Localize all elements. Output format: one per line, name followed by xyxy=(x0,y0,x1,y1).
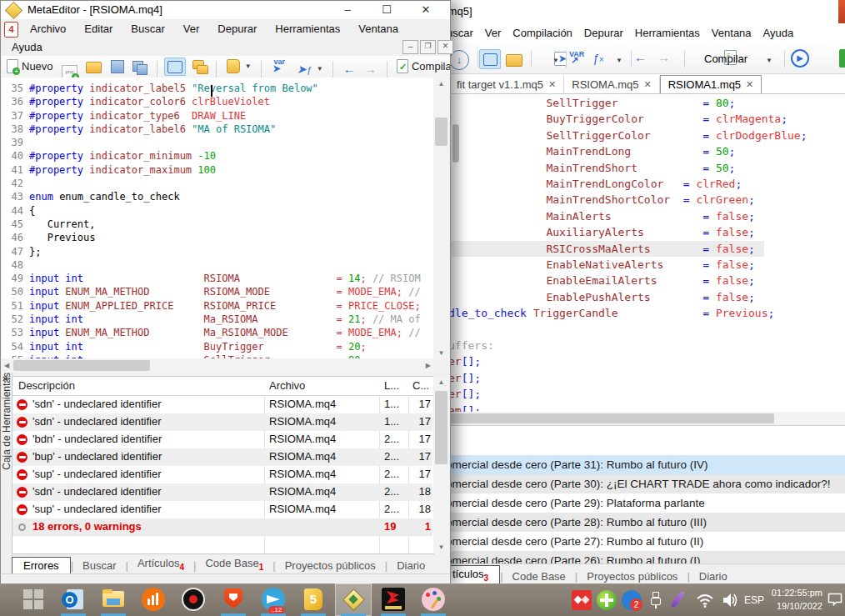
menu-item-depurar[interactable]: Depurar xyxy=(578,23,629,43)
screen-recorder-icon[interactable] xyxy=(182,588,205,611)
tab-errores[interactable]: Errores xyxy=(12,557,71,573)
tab-artículos[interactable]: Artículos4 xyxy=(128,555,193,573)
navigate-back-icon[interactable]: ← xyxy=(341,58,358,78)
article-list-item[interactable]: omercial desde cero (Parte 28): Rumbo al… xyxy=(441,513,845,532)
messenger-tray-icon[interactable]: 2 xyxy=(622,590,642,610)
file-tab-close-icon[interactable]: ✕ xyxy=(746,79,753,90)
error-row[interactable]: 'sdn' - undeclared identifierRSIOMA.mq41… xyxy=(12,396,432,413)
article-list-item[interactable]: omercial desde cero (Parte 30): ¿¡El CHA… xyxy=(441,474,845,493)
metaeditor-icon[interactable] xyxy=(342,588,365,611)
mdi-minimize-button[interactable]: – xyxy=(402,40,418,54)
back-code-editor[interactable]: SellTrigger = 80; BuyTriggerColor = clrM… xyxy=(441,93,845,413)
col-columna[interactable]: C... xyxy=(412,379,429,392)
wifi-tray-icon[interactable] xyxy=(695,590,715,610)
menu-item-buscar[interactable]: Buscar xyxy=(122,19,173,39)
mdi-restore-button[interactable]: ❐ xyxy=(420,40,436,54)
error-row[interactable]: 'bup' - undeclared identifierRSIOMA.mq42… xyxy=(12,448,432,466)
usb-tray-icon[interactable] xyxy=(650,592,662,607)
navigate-forward-icon[interactable]: → xyxy=(362,58,379,78)
minimize-button[interactable]: – xyxy=(341,3,354,17)
back-compile-button[interactable]: Compilar xyxy=(704,53,748,65)
menu-item-editar[interactable]: Editar xyxy=(75,19,122,39)
mdi-close-button[interactable]: ✕ xyxy=(438,40,453,54)
col-linea[interactable]: L... xyxy=(384,379,399,392)
compile-button[interactable]: ✓ Compilar xyxy=(394,56,450,76)
file-tab-RSIOMA.mq5[interactable]: RSIOMA.mq5✕ xyxy=(564,76,659,93)
file-tab-close-icon[interactable]: ✕ xyxy=(643,79,651,90)
start-button[interactable] xyxy=(22,588,45,611)
notification-center-icon[interactable] xyxy=(828,593,842,606)
navigator-folder-icon[interactable] xyxy=(506,54,522,67)
file-explorer-icon[interactable] xyxy=(102,588,125,611)
tab-proyectos-públicos[interactable]: Proyectos públicos xyxy=(276,558,385,573)
editor-vscrollbar[interactable]: ▲ ▼ xyxy=(433,78,449,358)
navigate-forward-icon[interactable]: → xyxy=(658,50,670,64)
brave-icon[interactable] xyxy=(222,588,245,611)
metatrader5-icon[interactable]: 5 xyxy=(302,588,325,611)
fx-button[interactable]: ➤ƒ ▼ xyxy=(294,59,326,79)
save-button[interactable] xyxy=(108,57,127,77)
folder-tree-button[interactable] xyxy=(190,57,209,77)
menu-item-herramientas[interactable]: Herramientas xyxy=(266,19,349,39)
menu-item-ver[interactable]: Ver xyxy=(174,19,209,39)
error-row[interactable]: 'sup' - undeclared identifierRSIOMA.mq42… xyxy=(12,501,432,518)
volume-tray-icon[interactable] xyxy=(720,590,740,610)
book-dropdown[interactable]: ▼ xyxy=(245,63,252,70)
toolbox-panel-button[interactable] xyxy=(479,49,501,69)
paint-icon[interactable] xyxy=(422,588,445,611)
compile-dropdown[interactable]: ▼ xyxy=(766,57,772,64)
close-button[interactable]: ✕ xyxy=(419,3,432,17)
clock[interactable]: 01:22:55:pm 19/10/2022 xyxy=(771,586,822,613)
menu-item-herramientas[interactable]: Herramientas xyxy=(629,23,706,43)
language-indicator[interactable]: ESP xyxy=(744,594,764,606)
error-row[interactable]: 'sup' - undeclared identifierRSIOMA.mq42… xyxy=(12,466,432,483)
front-titlebar[interactable]: MetaEditor - [RSIOMA.mq4] – ☐ ✕ xyxy=(1,1,450,19)
file-tab-fit-target-v1.1.mq5[interactable]: fit target v1.1.mq5✕ xyxy=(449,76,564,93)
article-list-item[interactable]: omercial desde cero (Parte 31): Rumbo al… xyxy=(441,455,845,474)
telegram-icon[interactable]: ..12 xyxy=(262,588,285,611)
errors-vscrollbar[interactable]: ▲ ▼ xyxy=(433,376,449,553)
col-archivo[interactable]: Archivo xyxy=(269,379,305,392)
back-hscrollbar[interactable] xyxy=(441,412,845,425)
open-button[interactable] xyxy=(83,58,104,78)
tab-code-base[interactable]: Code Base xyxy=(503,568,575,584)
tab-proyectos-públicos[interactable]: Proyectos públicos xyxy=(578,568,687,584)
snippets-dropdown[interactable]: ▼ xyxy=(552,57,559,64)
error-row[interactable]: 'sdn' - undeclared identifierRSIOMA.mq41… xyxy=(12,413,432,431)
tab-buscar[interactable]: Buscar xyxy=(73,558,125,573)
error-row[interactable]: 'bdn' - undeclared identifierRSIOMA.mq42… xyxy=(12,431,432,448)
book-button[interactable]: ▼ xyxy=(224,56,254,76)
menu-item-depurar[interactable]: Depurar xyxy=(208,19,266,39)
menu-item-ventana[interactable]: Ventana xyxy=(706,23,758,43)
fx-dropdown[interactable]: ▼ xyxy=(616,57,622,64)
feather-tray-icon[interactable] xyxy=(668,588,690,610)
error-row[interactable]: 'sdn' - undeclared identifierRSIOMA.mq42… xyxy=(12,483,432,501)
navigator-panel-button[interactable] xyxy=(164,58,186,76)
red-tray-icon[interactable] xyxy=(572,590,592,610)
fx-dropdown[interactable]: ▼ xyxy=(317,65,323,73)
article-list-item[interactable]: omercial desde cero (Parte 29): Platafor… xyxy=(441,493,845,513)
chart-app-icon[interactable] xyxy=(142,588,165,611)
file-tab-close-icon[interactable]: ✕ xyxy=(548,79,556,90)
editor-hscrollbar[interactable]: ◀ ▶ xyxy=(2,358,433,373)
tab-diario[interactable]: Diario xyxy=(690,568,737,584)
menu-item-compilación[interactable]: Compilación xyxy=(507,23,578,43)
menu-item-ayuda[interactable]: Ayuda xyxy=(758,23,800,43)
col-descripcion[interactable]: Descripción xyxy=(18,379,75,392)
file-tab-RSIOMA1.mq5[interactable]: RSIOMA1.mq5✕ xyxy=(660,75,762,93)
menu-item-archivo[interactable]: Archivo xyxy=(21,19,75,39)
article-list-item[interactable]: omercial desde cero (Parte 27): Rumbo al… xyxy=(441,532,845,551)
metatrader4-icon[interactable] xyxy=(382,588,405,611)
save-all-button[interactable] xyxy=(130,57,149,77)
new-project-button[interactable]: proj+ xyxy=(59,62,80,78)
debug-play-icon[interactable]: ▶ xyxy=(791,49,809,68)
front-code-editor[interactable]: 35#property indicator_label5 "Reversal f… xyxy=(2,78,433,358)
maximize-button[interactable]: ☐ xyxy=(380,3,393,17)
antivirus-tray-icon[interactable] xyxy=(597,590,617,610)
tab-diario[interactable]: Diario xyxy=(388,558,434,573)
tab-code-base[interactable]: Code Base1 xyxy=(196,555,272,573)
outlook-icon[interactable]: O xyxy=(62,588,85,611)
fx-button[interactable]: ƒ× xyxy=(592,52,604,65)
var-button[interactable]: var ➤ xyxy=(268,57,290,77)
new-button[interactable]: + Nuevo xyxy=(4,56,56,76)
